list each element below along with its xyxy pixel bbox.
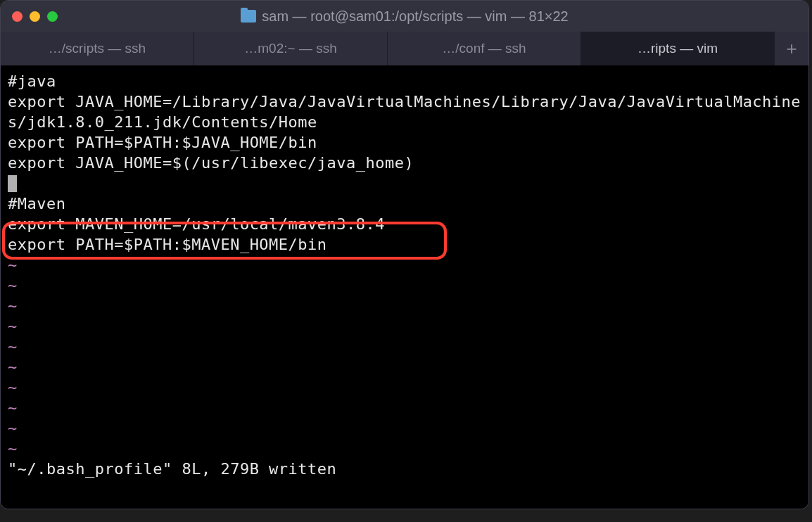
tab-ripts-vim[interactable]: …ripts — vim (581, 32, 775, 65)
tab-label: …/conf — ssh (442, 41, 526, 56)
vim-empty-line: ~ (8, 357, 801, 377)
vim-empty-line: ~ (8, 316, 801, 336)
window-title: sam — root@sam01:/opt/scripts — vim — 81… (12, 8, 797, 25)
window-title-text: sam — root@sam01:/opt/scripts — vim — 81… (262, 8, 568, 25)
minimize-button[interactable] (30, 11, 40, 22)
terminal-window: sam — root@sam01:/opt/scripts — vim — 81… (0, 0, 809, 509)
vim-status-line: "~/.bash_profile" 8L, 279B written (8, 459, 801, 479)
traffic-lights (12, 11, 58, 22)
tab-conf-ssh[interactable]: …/conf — ssh (388, 32, 581, 65)
editor-line: #java (8, 71, 801, 91)
editor-line: #Maven (8, 193, 801, 214)
add-tab-button[interactable]: + (775, 32, 808, 65)
tab-scripts-ssh[interactable]: …/scripts — ssh (1, 32, 194, 65)
close-button[interactable] (12, 11, 23, 22)
vim-empty-line: ~ (8, 336, 801, 357)
editor-line (8, 173, 801, 193)
maximize-button[interactable] (47, 11, 58, 22)
editor-line: export PATH=$PATH:$MAVEN_HOME/bin (8, 234, 801, 255)
terminal-content[interactable]: #java export JAVA_HOME=/Library/Java/Jav… (1, 65, 808, 509)
vim-empty-line: ~ (8, 255, 801, 275)
titlebar: sam — root@sam01:/opt/scripts — vim — 81… (1, 1, 808, 32)
tab-bar: …/scripts — ssh …m02:~ — ssh …/conf — ss… (1, 32, 808, 65)
vim-empty-line: ~ (8, 397, 801, 418)
tab-label: …ripts — vim (637, 41, 718, 56)
vim-empty-line: ~ (8, 295, 801, 316)
editor-line: export JAVA_HOME=$(/usr/libexec/java_hom… (8, 153, 801, 173)
editor-line: export JAVA_HOME=/Library/Java/JavaVirtu… (8, 91, 801, 132)
vim-empty-line: ~ (8, 377, 801, 397)
tab-m02-ssh[interactable]: …m02:~ — ssh (194, 32, 388, 65)
vim-empty-line: ~ (8, 275, 801, 295)
cursor (8, 175, 17, 192)
editor-line: export PATH=$PATH:$JAVA_HOME/bin (8, 132, 801, 153)
tab-label: …m02:~ — ssh (244, 41, 336, 56)
vim-empty-line: ~ (8, 418, 801, 438)
empty-lines: ~~~~~~~~~~ (8, 255, 801, 459)
vim-empty-line: ~ (8, 438, 801, 459)
tab-label: …/scripts — ssh (49, 41, 146, 56)
folder-icon (241, 10, 256, 23)
editor-line: export MAVEN_HOME=/usr/local/maven3.8.4 (8, 214, 801, 234)
